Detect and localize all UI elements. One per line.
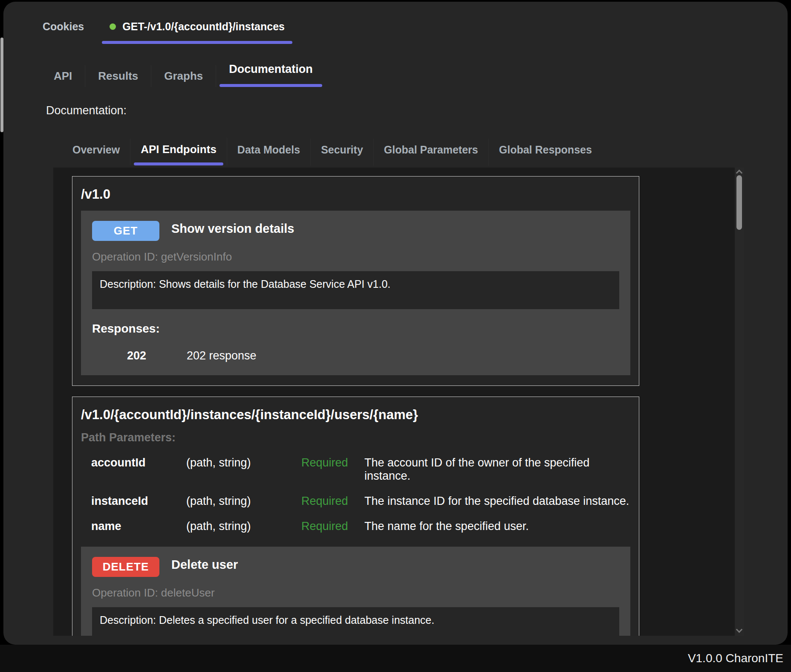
operation-description: Description: Deletes a specified user fo… — [92, 607, 619, 636]
param-type: (path, string) — [186, 495, 298, 508]
documentation-scroll-area: /v1.0 GET Show version details Operation… — [53, 168, 744, 636]
doc-tab-api-endpoints[interactable]: API Endpoints — [130, 138, 227, 165]
param-description: The name for the specified user. — [364, 520, 630, 533]
endpoint-panel-v1: /v1.0 GET Show version details Operation… — [72, 176, 639, 386]
path-parameter-row: accountId (path, string) Required The ac… — [91, 456, 630, 483]
delete-method-badge: DELETE — [92, 557, 159, 577]
doc-tab-api-endpoints-label: API Endpoints — [141, 143, 217, 156]
get-method-badge: GET — [92, 221, 159, 241]
window-scrollbar-thumb[interactable] — [0, 38, 3, 132]
status-dot-icon — [110, 23, 116, 30]
responses-label: Responses: — [92, 322, 619, 336]
tab-results[interactable]: Results — [85, 65, 151, 87]
param-name: name — [91, 520, 183, 533]
param-description: The account ID of the owner of the speci… — [364, 456, 630, 483]
app-window: Cookies GET-/v1.0/{accountId}/instances … — [3, 2, 788, 645]
doc-tab-data-models[interactable]: Data Models — [227, 139, 311, 165]
operation-card: DELETE Delete user Operation ID: deleteU… — [81, 547, 630, 636]
doc-tab-security[interactable]: Security — [311, 139, 374, 165]
operation-description: Description: Shows details for the Datab… — [92, 271, 619, 309]
tab-documentation-label: Documentation — [229, 63, 313, 75]
view-tabbar: API Results Graphs Documentation — [41, 58, 788, 87]
operation-id: Operation ID: deleteUser — [92, 586, 619, 600]
active-tab-underline — [219, 84, 322, 87]
version-label: V1.0.0 CharonITE — [688, 652, 783, 665]
operation-card: GET Show version details Operation ID: g… — [81, 211, 630, 375]
tab-documentation[interactable]: Documentation — [216, 58, 326, 87]
response-text: 202 response — [187, 349, 257, 362]
response-code: 202 — [127, 349, 187, 362]
request-tabbar: Cookies GET-/v1.0/{accountId}/instances — [32, 16, 788, 44]
doc-tab-global-responses[interactable]: Global Responses — [489, 139, 602, 165]
path-parameters-label: Path Parameters: — [81, 431, 630, 444]
tab-request-label: GET-/v1.0/{accountId}/instances — [122, 20, 285, 33]
documentation-heading: Documentation: — [46, 104, 788, 117]
path-parameter-row: instanceId (path, string) Required The i… — [91, 495, 630, 508]
param-type: (path, string) — [186, 456, 298, 469]
doc-tab-overview[interactable]: Overview — [62, 139, 130, 165]
param-name: accountId — [91, 456, 183, 469]
endpoint-path: /v1.0 — [81, 187, 630, 202]
tab-request[interactable]: GET-/v1.0/{accountId}/instances — [101, 16, 293, 44]
param-type: (path, string) — [186, 520, 298, 533]
operation-summary: Delete user — [171, 558, 238, 572]
active-tab-underline — [134, 162, 223, 165]
doc-tab-global-parameters[interactable]: Global Parameters — [374, 139, 489, 165]
endpoint-panel-users: /v1.0/{accountId}/instances/{instanceId}… — [72, 397, 639, 636]
tab-api[interactable]: API — [41, 65, 85, 87]
param-required-badge: Required — [301, 495, 361, 508]
param-required-badge: Required — [301, 456, 361, 469]
active-tab-underline — [102, 41, 292, 44]
param-required-badge: Required — [301, 520, 361, 533]
operation-id: Operation ID: getVersionInfo — [92, 250, 619, 264]
param-description: The instance ID for the specified databa… — [364, 495, 630, 508]
doc-tabbar: Overview API Endpoints Data Models Secur… — [62, 138, 788, 165]
tab-graphs[interactable]: Graphs — [151, 65, 216, 87]
operation-header: DELETE Delete user — [92, 557, 619, 577]
endpoint-path: /v1.0/{accountId}/instances/{instanceId}… — [81, 407, 630, 423]
doc-scrollbar-thumb[interactable] — [736, 175, 742, 230]
param-name: instanceId — [91, 495, 183, 508]
status-bar: V1.0.0 CharonITE — [0, 645, 791, 672]
doc-scrollbar[interactable] — [735, 168, 744, 636]
response-row: 202 202 response — [92, 349, 619, 362]
path-parameter-row: name (path, string) Required The name fo… — [91, 520, 630, 533]
tab-cookies[interactable]: Cookies — [32, 16, 95, 37]
operation-summary: Show version details — [171, 222, 294, 236]
scroll-down-icon[interactable] — [736, 626, 743, 633]
operation-header: GET Show version details — [92, 221, 619, 241]
